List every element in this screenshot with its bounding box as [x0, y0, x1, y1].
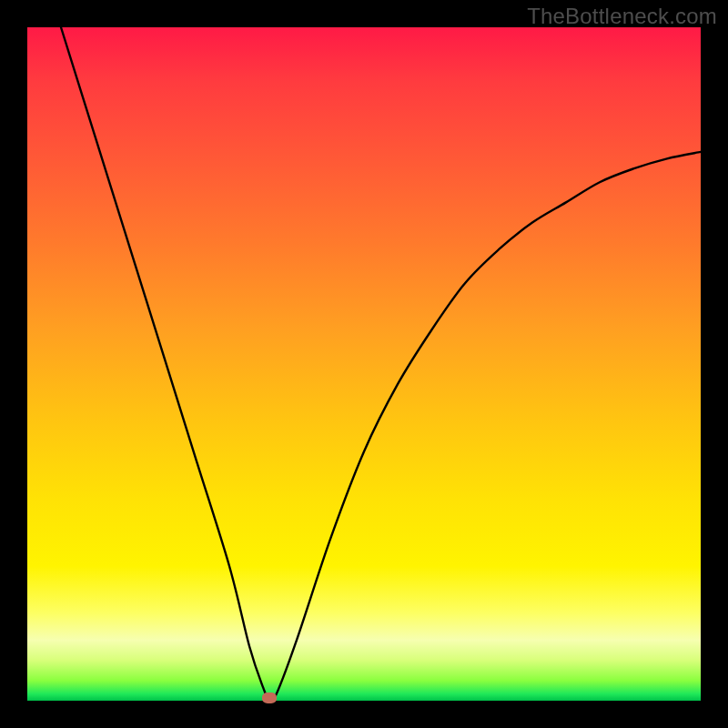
chart-frame: TheBottleneck.com [0, 0, 728, 728]
plot-area [27, 27, 701, 701]
bottleneck-curve [27, 27, 701, 701]
watermark-text: TheBottleneck.com [527, 4, 717, 29]
minimum-marker [262, 693, 277, 703]
